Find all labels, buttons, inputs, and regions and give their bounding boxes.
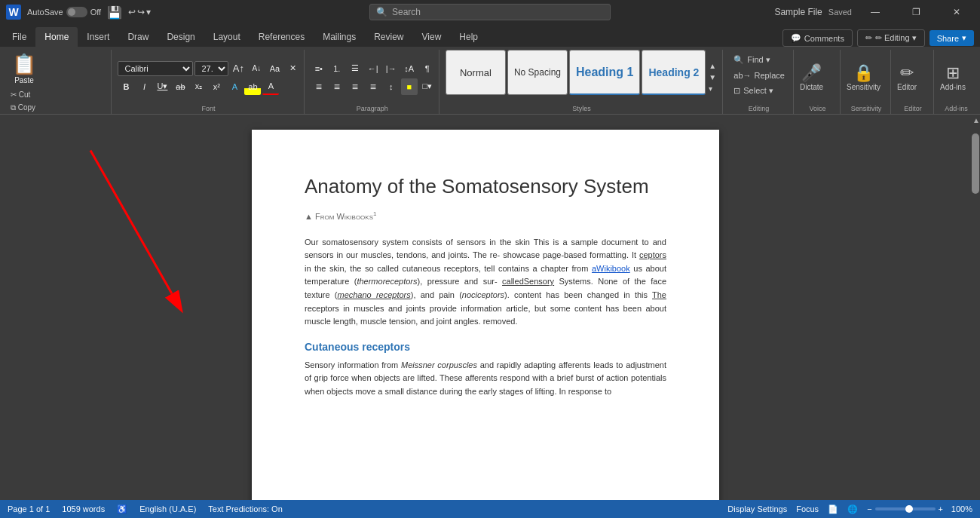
tab-review[interactable]: Review	[365, 27, 412, 47]
file-name: Sample File	[774, 7, 822, 17]
sort-btn[interactable]: ↕A	[401, 60, 418, 77]
styles-expand[interactable]: ▾	[707, 83, 718, 94]
save-icon[interactable]: 💾	[107, 5, 122, 20]
line-spacing-btn[interactable]: ↕	[383, 78, 400, 95]
undo-dropdown[interactable]: ▾	[146, 7, 151, 17]
italic-btn[interactable]: I	[136, 78, 152, 95]
align-center-btn[interactable]: ≡	[329, 78, 345, 95]
find-btn[interactable]: 🔍 Find ▾	[729, 53, 789, 67]
clear-format-btn[interactable]: ✕	[284, 60, 301, 77]
font-family-select[interactable]: Calibri	[118, 61, 193, 76]
tab-draw[interactable]: Draw	[118, 27, 158, 47]
document-title: Anatomy of the Somatosensory System	[305, 175, 666, 198]
font-size-select[interactable]: 27.5	[194, 61, 228, 76]
share-button[interactable]: Share ▾	[929, 30, 974, 46]
font-color-btn[interactable]: A	[262, 78, 279, 95]
select-btn[interactable]: ⊡ Select ▾	[729, 84, 789, 98]
sensitivity-btn[interactable]: 🔒 Sensitivity	[847, 63, 880, 91]
zoom-thumb	[905, 505, 913, 513]
maximize-btn[interactable]: ❐	[899, 0, 933, 24]
bold-btn[interactable]: B	[118, 78, 134, 95]
tab-home[interactable]: Home	[35, 27, 78, 47]
styles-scroll-up[interactable]: ▲	[707, 60, 718, 72]
numbering-btn[interactable]: 1.	[329, 60, 345, 77]
styles-scroll: ▲ ▼ ▾	[707, 50, 718, 105]
tab-help[interactable]: Help	[450, 27, 487, 47]
minimize-btn[interactable]: —	[858, 0, 893, 24]
bullets-btn[interactable]: ≡•	[311, 60, 327, 77]
styles-group: Normal No Spacing Heading 1 Heading 2 ▲ …	[441, 50, 723, 114]
document-body2[interactable]: Sensory information from Meissner corpus…	[305, 359, 666, 399]
strikethrough-btn[interactable]: ab	[172, 78, 188, 95]
display-settings-btn[interactable]: Display Settings	[727, 504, 787, 513]
styles-scroll-down[interactable]: ▼	[707, 72, 718, 83]
increase-indent-btn[interactable]: |→	[383, 60, 400, 77]
style-heading1[interactable]: Heading 1	[569, 50, 640, 95]
underline-btn[interactable]: U▾	[154, 78, 170, 95]
borders-btn[interactable]: □▾	[419, 78, 436, 95]
view-layout-btn[interactable]: 📄	[828, 504, 838, 514]
shading-btn[interactable]: ■	[401, 78, 418, 95]
focus-btn[interactable]: Focus	[796, 504, 819, 513]
change-case-btn[interactable]: Aa	[266, 60, 283, 77]
find-icon: 🔍	[733, 55, 744, 65]
tab-mailings[interactable]: Mailings	[314, 27, 365, 47]
autosave-toggle[interactable]	[66, 7, 87, 17]
editor-label: Editor	[897, 105, 929, 114]
align-left-btn[interactable]: ≡	[311, 78, 327, 95]
decrease-indent-btn[interactable]: ←|	[365, 60, 381, 77]
view-web-btn[interactable]: 🌐	[847, 504, 858, 514]
multilevel-btn[interactable]: ☰	[347, 60, 363, 77]
tab-file[interactable]: File	[3, 27, 35, 47]
style-normal[interactable]: Normal	[446, 50, 506, 95]
dictate-btn[interactable]: 🎤 Dictate	[800, 63, 823, 91]
zoom-in-btn[interactable]: +	[939, 504, 943, 513]
scrollbar-thumb[interactable]	[972, 133, 979, 194]
zoom-out-btn[interactable]: −	[867, 504, 871, 513]
superscript-btn[interactable]: x²	[208, 78, 225, 95]
text-effect-btn[interactable]: A	[226, 78, 243, 95]
undo-btn[interactable]: ↩	[128, 7, 136, 17]
cut-button[interactable]: ✂ Cut	[8, 89, 73, 100]
align-right-btn[interactable]: ≡	[347, 78, 363, 95]
redo-btn[interactable]: ↪	[137, 7, 145, 17]
tab-layout[interactable]: Layout	[204, 27, 250, 47]
justify-btn[interactable]: ≡	[365, 78, 381, 95]
addins-group: ⊞ Add-ins Add-ins	[936, 50, 977, 114]
comments-button[interactable]: 💬 💬 Comments Comments	[782, 29, 853, 47]
document-body1[interactable]: Our somatosensory system consists of sen…	[305, 236, 666, 329]
autosave-label: AutoSave Off	[27, 7, 101, 17]
editor-btn[interactable]: ✏ Editor	[897, 63, 917, 91]
document-scroll-area[interactable]: Anatomy of the Somatosensory System ▲ Fr…	[0, 115, 971, 518]
styles-content: Normal No Spacing Heading 1 Heading 2 ▲ …	[446, 50, 718, 105]
show-hide-btn[interactable]: ¶	[419, 60, 436, 77]
copy-button[interactable]: ⧉ Copy	[8, 102, 73, 114]
font-group: Calibri 27.5 A↑ A↓ Aa ✕ B I U▾ ab x₂	[113, 50, 304, 114]
close-btn[interactable]: ✕	[939, 0, 974, 24]
style-no-spacing[interactable]: No Spacing	[507, 50, 568, 95]
undo-redo-group: ↩ ↪ ▾	[128, 7, 151, 17]
title-search-box[interactable]: 🔍 Search	[369, 4, 611, 20]
font-row2: B I U▾ ab x₂ x² A ab A	[118, 78, 301, 95]
tab-view[interactable]: View	[413, 27, 451, 47]
tab-design[interactable]: Design	[158, 27, 204, 47]
style-heading2[interactable]: Heading 2	[642, 50, 706, 95]
tab-references[interactable]: References	[250, 27, 314, 47]
grow-font-btn[interactable]: A↑	[230, 60, 247, 77]
editing-mode-button[interactable]: ✏ ✏ Editing ▾	[857, 29, 925, 47]
document-area: Anatomy of the Somatosensory System ▲ Fr…	[0, 115, 980, 518]
editor-icon: ✏	[900, 63, 914, 83]
vertical-scrollbar[interactable]: ▲ ▼	[971, 115, 980, 518]
zoom-control[interactable]: − + 100%	[867, 504, 972, 513]
paste-button[interactable]: 📋 Paste	[8, 50, 41, 87]
subscript-btn[interactable]: x₂	[190, 78, 207, 95]
shrink-font-btn[interactable]: A↓	[248, 60, 265, 77]
replace-btn[interactable]: ab→ Replace	[729, 69, 789, 82]
addins-btn[interactable]: ⊞ Add-ins	[940, 63, 966, 91]
scroll-up-btn[interactable]: ▲	[971, 115, 980, 126]
zoom-slider[interactable]	[875, 507, 936, 510]
language[interactable]: English (U.A.E)	[139, 504, 196, 513]
tab-insert[interactable]: Insert	[78, 27, 118, 47]
para-row2: ≡ ≡ ≡ ≡ ↕ ■ □▾	[311, 78, 436, 95]
highlight-btn[interactable]: ab	[244, 78, 261, 95]
